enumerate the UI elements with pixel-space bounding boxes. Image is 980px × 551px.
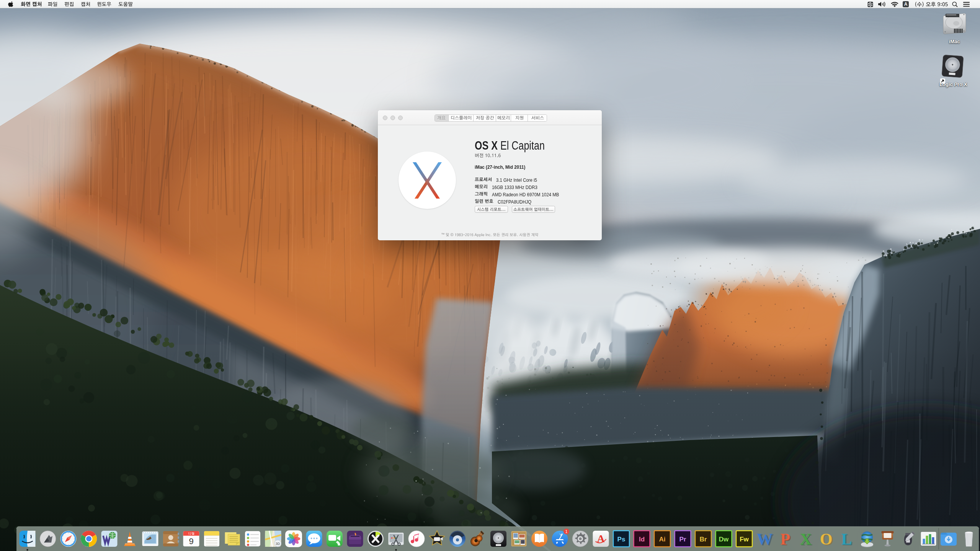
svg-text:O: O bbox=[820, 530, 833, 548]
svg-text:P: P bbox=[780, 530, 790, 548]
svg-text:1: 1 bbox=[565, 530, 568, 534]
svg-text:Dw: Dw bbox=[719, 536, 729, 543]
svg-text:9: 9 bbox=[189, 536, 193, 546]
svg-text:Ai: Ai bbox=[659, 536, 666, 543]
svg-text:L: L bbox=[841, 530, 852, 548]
svg-text:Br: Br bbox=[700, 536, 707, 543]
svg-text:3D: 3D bbox=[276, 542, 280, 546]
svg-text:Ps: Ps bbox=[617, 536, 626, 543]
svg-text:Fw: Fw bbox=[740, 536, 749, 543]
svg-text:X: X bbox=[800, 530, 811, 548]
svg-text:Id: Id bbox=[639, 536, 645, 543]
svg-text:Pr: Pr bbox=[679, 536, 686, 543]
svg-text:W: W bbox=[757, 530, 773, 548]
